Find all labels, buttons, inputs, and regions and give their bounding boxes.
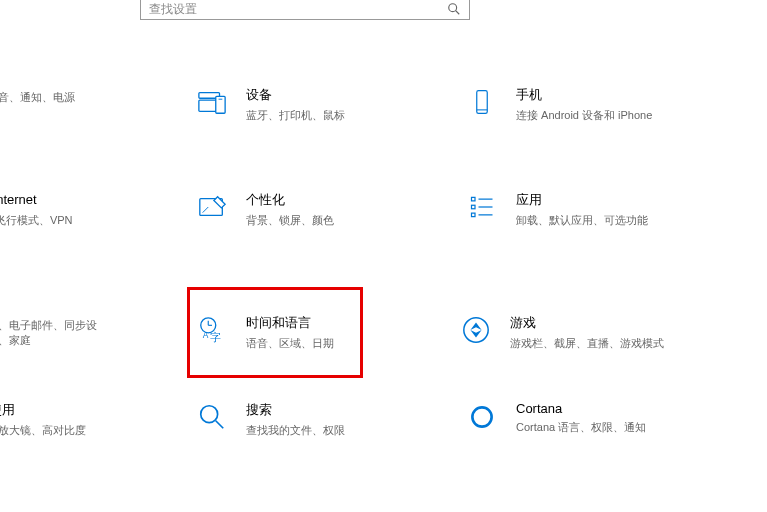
tile-desc: 、声音、通知、电源 [0,90,190,105]
tile-partial[interactable] [190,500,460,512]
time-language-icon: 字 A [196,314,228,346]
svg-text:字: 字 [210,331,221,343]
tile-title: 个性化 [246,191,460,209]
tile-desc: 查找我的文件、权限 [246,423,460,438]
tile-title: 讼使用 [0,401,190,419]
tile-search[interactable]: 搜索 查找我的文件、权限 [190,395,460,444]
svg-rect-12 [472,205,476,209]
svg-point-0 [449,4,457,12]
tile-title: 手机 [516,86,730,104]
grid-row: 和 Internet N、飞行模式、VPN 个性化 背景、锁屏、颜色 [0,185,767,290]
svg-point-21 [464,318,488,342]
tile-desc: Cortana 语言、权限、通知 [516,420,730,435]
settings-grid: 、声音、通知、电源 设备 蓝牙、打印机、鼠标 手机 连接 Android 设备和… [0,80,767,512]
grid-row: 讼使用 人、放大镜、高对比度 搜索 查找我的文件、权限 Cortana Cort… [0,395,767,500]
tile-time-language[interactable]: 字 A 时间和语言 语音、区域、日期 [187,287,363,378]
svg-text:A: A [203,330,209,340]
svg-point-24 [472,407,491,426]
tile-cortana[interactable]: Cortana Cortana 语言、权限、通知 [460,395,730,441]
tile-network[interactable]: 和 Internet N、飞行模式、VPN [0,185,190,234]
tile-desc: 人、放大镜、高对比度 [0,423,190,438]
personalization-icon [196,191,228,223]
tile-desc: 连接 Android 设备和 iPhone [516,108,730,123]
tile-title: 游戏 [510,314,724,332]
tile-title: 时间和语言 [246,314,360,332]
tile-accounts[interactable]: 帐户、电子邮件、同步设 工作、家庭 [0,290,190,355]
tile-desc: 帐户、电子邮件、同步设 工作、家庭 [0,318,190,349]
grid-row: 、声音、通知、电源 设备 蓝牙、打印机、鼠标 手机 连接 Android 设备和… [0,80,767,185]
tile-title: 搜索 [246,401,460,419]
svg-point-22 [201,406,218,423]
tile-desc: 语音、区域、日期 [246,336,360,351]
gaming-icon [460,314,492,346]
search-icon [447,2,461,16]
tile-title: 和 Internet [0,191,190,209]
tile-devices[interactable]: 设备 蓝牙、打印机、鼠标 [190,80,460,129]
svg-line-1 [456,11,460,15]
tile-desc: 背景、锁屏、颜色 [246,213,460,228]
svg-line-9 [203,207,209,213]
search-tile-icon [196,401,228,433]
tile-title: Cortana [516,401,730,416]
tile-system[interactable]: 、声音、通知、电源 [0,80,190,124]
tile-gaming[interactable]: 游戏 游戏栏、截屏、直播、游戏模式 [454,290,724,357]
tile-ease-of-access[interactable]: 讼使用 人、放大镜、高对比度 [0,395,190,444]
search-placeholder: 查找设置 [149,1,461,18]
apps-icon [466,191,498,223]
tile-phone[interactable]: 手机 连接 Android 设备和 iPhone [460,80,730,129]
search-container: 查找设置 [140,0,470,20]
svg-line-23 [216,421,224,429]
grid-row [0,500,767,512]
grid-row: 帐户、电子邮件、同步设 工作、家庭 字 A 时间和语言 语音、区域、日期 [0,290,767,395]
phone-icon [466,86,498,118]
devices-icon [196,86,228,118]
privacy-icon [196,506,228,512]
tile-title: 设备 [246,86,460,104]
tile-desc: 游戏栏、截屏、直播、游戏模式 [510,336,724,351]
tile-desc: N、飞行模式、VPN [0,213,190,228]
tile-title: 应用 [516,191,730,209]
tile-partial[interactable] [0,500,190,512]
cortana-icon [466,401,498,433]
tile-apps[interactable]: 应用 卸载、默认应用、可选功能 [460,185,730,234]
svg-rect-10 [472,197,476,201]
tile-desc: 卸载、默认应用、可选功能 [516,213,730,228]
svg-rect-14 [472,213,476,217]
tile-desc: 蓝牙、打印机、鼠标 [246,108,460,123]
tile-personalization[interactable]: 个性化 背景、锁屏、颜色 [190,185,460,234]
search-input[interactable]: 查找设置 [140,0,470,20]
